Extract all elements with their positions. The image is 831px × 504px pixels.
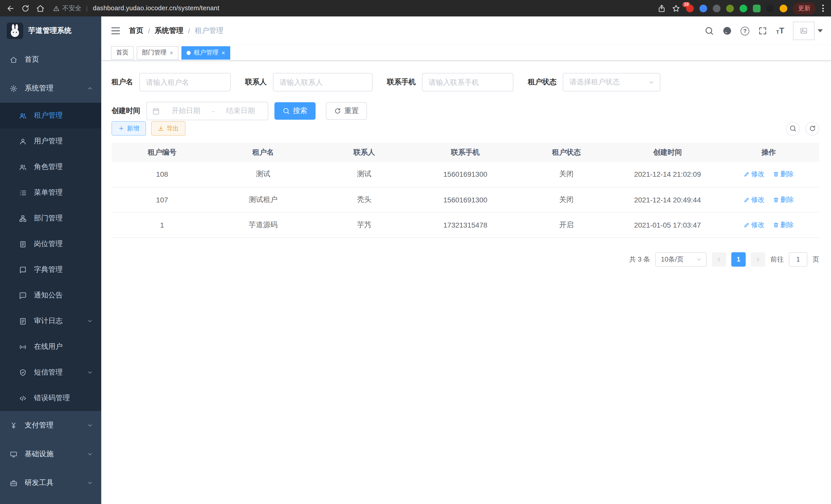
extension-icon[interactable]: [726, 4, 734, 12]
notice-icon: [19, 292, 27, 299]
extension-icon[interactable]: [713, 4, 720, 12]
contact-input[interactable]: [273, 73, 373, 91]
caret-down-icon[interactable]: [818, 29, 823, 32]
fullscreen-icon[interactable]: [758, 26, 767, 35]
sidebar-item-menus[interactable]: 菜单管理: [0, 180, 101, 206]
sidebar-item-label: 用户管理: [34, 137, 93, 146]
home-icon[interactable]: [36, 4, 45, 12]
sidebar-item-roles[interactable]: 角色管理: [0, 154, 101, 180]
sidebar-item-dict[interactable]: 字典管理: [0, 257, 101, 283]
extension-icon[interactable]: [699, 4, 707, 12]
sidebar-item-payment[interactable]: 支付管理: [0, 411, 101, 440]
header-actions: ? TT: [705, 22, 823, 40]
back-icon[interactable]: [6, 4, 15, 12]
browser-update-button[interactable]: 更新: [793, 2, 815, 14]
search-icon: [789, 125, 796, 132]
address-bar[interactable]: 不安全 | dashboard.yudao.iocoder.cn/system/…: [53, 4, 657, 12]
sidebar-item-audit-log[interactable]: 审计日志: [0, 308, 101, 334]
post-icon: [19, 240, 27, 248]
edit-link[interactable]: 修改: [743, 220, 765, 229]
search-button[interactable]: 搜索: [275, 102, 316, 120]
font-size-icon[interactable]: TT: [776, 27, 784, 35]
prev-page-button[interactable]: [712, 252, 726, 266]
browser-menu-icon[interactable]: [821, 4, 825, 13]
sidebar-item-label: 基础设施: [25, 449, 87, 459]
phone-label: 联系手机: [387, 78, 416, 87]
tenant-name-input[interactable]: [139, 73, 231, 91]
sidebar-item-departments[interactable]: 部门管理: [0, 206, 101, 231]
tab-label: 租户管理: [194, 48, 219, 57]
sidebar-item-users[interactable]: 用户管理: [0, 128, 101, 154]
sidebar-item-tenant[interactable]: 租户管理: [0, 103, 101, 128]
search-icon[interactable]: [705, 26, 714, 35]
extension-icon[interactable]: [753, 4, 761, 12]
page-size-select[interactable]: 10条/页: [655, 252, 707, 266]
export-button[interactable]: 导出: [151, 121, 185, 136]
extension-icon[interactable]: [780, 4, 787, 12]
screen: 不安全 | dashboard.yudao.iocoder.cn/system/…: [0, 0, 831, 504]
tab-tenant[interactable]: 租户管理 ×: [181, 46, 230, 59]
sidebar-item-home[interactable]: 首页: [0, 45, 101, 74]
breadcrumb-home[interactable]: 首页: [129, 26, 143, 35]
github-icon[interactable]: [722, 26, 732, 35]
column-header: 租户编号: [112, 143, 212, 162]
goto-page-input[interactable]: [789, 252, 807, 266]
next-page-button[interactable]: [751, 252, 765, 266]
tab-department[interactable]: 部门管理 ×: [137, 46, 178, 59]
extension-icon[interactable]: [740, 4, 747, 12]
refresh-table-button[interactable]: [805, 121, 819, 136]
browser-chrome: 不安全 | dashboard.yudao.iocoder.cn/system/…: [0, 0, 831, 17]
sidebar-item-infrastructure[interactable]: 基础设施: [0, 440, 101, 469]
date-range-picker[interactable]: 开始日期 - 结束日期: [146, 102, 268, 120]
delete-link[interactable]: 删除: [773, 170, 794, 179]
sidebar-item-system[interactable]: 系统管理: [0, 74, 101, 103]
url-text: dashboard.yudao.iocoder.cn/system/tenant: [93, 5, 220, 12]
sidebar-fold-icon[interactable]: [111, 26, 121, 36]
bookmark-star-icon[interactable]: [672, 4, 681, 12]
sidebar-item-error-codes[interactable]: 错误码管理: [0, 385, 101, 411]
extension-icon[interactable]: [766, 4, 774, 12]
sidebar-item-online-users[interactable]: 在线用户: [0, 334, 101, 360]
breadcrumb-system[interactable]: 系统管理: [155, 26, 183, 35]
warning-icon: [53, 5, 60, 11]
close-icon[interactable]: ×: [222, 50, 225, 56]
avatar[interactable]: [793, 22, 814, 40]
delete-link[interactable]: 删除: [773, 195, 794, 204]
edit-link[interactable]: 修改: [743, 195, 765, 204]
sidebar-item-devtools[interactable]: 研发工具: [0, 469, 101, 497]
security-indicator[interactable]: 不安全: [53, 4, 82, 12]
devtool-icon: [10, 479, 18, 487]
edit-link[interactable]: 修改: [743, 170, 765, 179]
reset-button[interactable]: 重置: [326, 102, 367, 120]
column-header: 创建时间: [617, 143, 718, 162]
sidebar-item-sms[interactable]: 短信管理: [0, 360, 101, 385]
refresh-icon[interactable]: [21, 4, 30, 12]
header: 首页 / 系统管理 / 租户管理 ? TT: [101, 17, 831, 45]
phone-input[interactable]: [422, 73, 513, 91]
error-code-icon: [19, 394, 27, 402]
help-icon[interactable]: ?: [741, 26, 749, 35]
add-button[interactable]: 新增: [112, 121, 146, 136]
extension-icon[interactable]: 10: [686, 4, 694, 12]
cell-status: 关闭: [516, 162, 617, 187]
security-label: 不安全: [62, 4, 82, 12]
search-toggle-button[interactable]: [786, 121, 800, 136]
sidebar-item-notice[interactable]: 通知公告: [0, 283, 101, 308]
share-icon[interactable]: [657, 4, 666, 12]
delete-link[interactable]: 删除: [773, 220, 794, 229]
column-header: 联系人: [314, 143, 415, 162]
status-select[interactable]: 请选择租户状态: [563, 73, 660, 91]
status-label: 租户状态: [528, 78, 556, 87]
date-start-placeholder: 开始日期: [164, 106, 208, 116]
app-logo[interactable]: 芋道管理系统: [0, 17, 101, 45]
sidebar-item-posts[interactable]: 岗位管理: [0, 231, 101, 257]
cell-contact: 测试: [314, 162, 415, 187]
add-button-label: 新增: [127, 124, 139, 133]
pagination-total: 共 3 条: [629, 255, 650, 264]
sidebar-item-label: 系统管理: [25, 84, 87, 93]
tab-home[interactable]: 首页: [111, 46, 134, 59]
menu-list-icon: [19, 189, 27, 197]
close-icon[interactable]: ×: [170, 50, 173, 56]
page-number-button[interactable]: 1: [731, 252, 746, 266]
chevron-down-icon: [696, 256, 702, 262]
